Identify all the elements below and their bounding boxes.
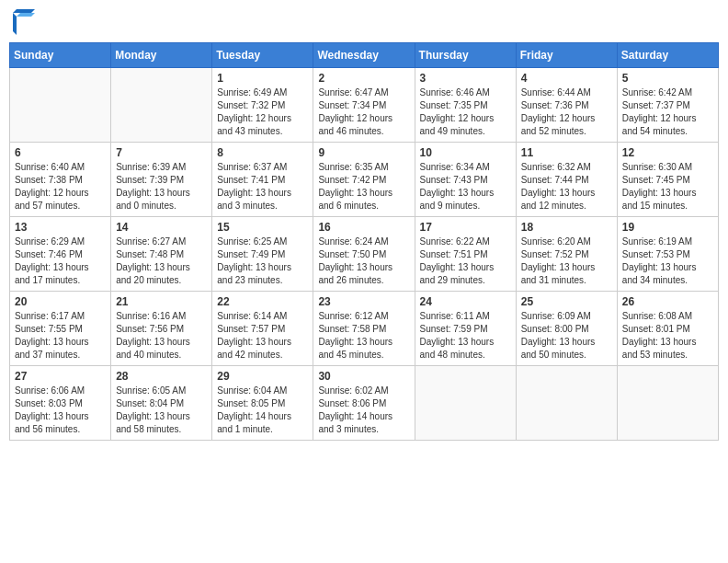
day-info: Sunrise: 6:16 AMSunset: 7:56 PMDaylight:… — [116, 310, 207, 362]
calendar-cell: 18Sunrise: 6:20 AMSunset: 7:52 PMDayligh… — [516, 217, 617, 292]
weekday-header-row: SundayMondayTuesdayWednesdayThursdayFrid… — [10, 43, 719, 68]
day-number: 20 — [15, 295, 106, 308]
calendar-cell: 2Sunrise: 6:47 AMSunset: 7:34 PMDaylight… — [313, 68, 415, 143]
day-info: Sunrise: 6:04 AMSunset: 8:05 PMDaylight:… — [217, 385, 308, 436]
calendar-cell: 1Sunrise: 6:49 AMSunset: 7:32 PMDaylight… — [212, 68, 313, 143]
day-info: Sunrise: 6:34 AMSunset: 7:43 PMDaylight:… — [420, 161, 511, 213]
day-info: Sunrise: 6:29 AMSunset: 7:46 PMDaylight:… — [15, 236, 106, 287]
day-number: 5 — [622, 72, 713, 85]
day-info: Sunrise: 6:09 AMSunset: 8:00 PMDaylight:… — [521, 310, 612, 362]
day-number: 3 — [420, 72, 511, 85]
day-number: 19 — [622, 221, 713, 234]
calendar-cell — [617, 366, 718, 441]
calendar-cell — [111, 68, 212, 143]
day-number: 8 — [217, 146, 308, 159]
calendar-cell: 6Sunrise: 6:40 AMSunset: 7:38 PMDaylight… — [10, 143, 111, 217]
calendar-cell: 28Sunrise: 6:05 AMSunset: 8:04 PMDayligh… — [111, 366, 212, 441]
calendar-cell: 4Sunrise: 6:44 AMSunset: 7:36 PMDaylight… — [516, 68, 617, 143]
calendar-cell: 23Sunrise: 6:12 AMSunset: 7:58 PMDayligh… — [313, 292, 415, 366]
weekday-header-tuesday: Tuesday — [212, 43, 313, 68]
day-info: Sunrise: 6:35 AMSunset: 7:42 PMDaylight:… — [318, 161, 409, 213]
calendar-cell: 15Sunrise: 6:25 AMSunset: 7:49 PMDayligh… — [212, 217, 313, 292]
calendar-week-2: 6Sunrise: 6:40 AMSunset: 7:38 PMDaylight… — [10, 143, 719, 217]
day-info: Sunrise: 6:14 AMSunset: 7:57 PMDaylight:… — [217, 310, 308, 362]
calendar-cell: 19Sunrise: 6:19 AMSunset: 7:53 PMDayligh… — [617, 217, 718, 292]
day-info: Sunrise: 6:17 AMSunset: 7:55 PMDaylight:… — [15, 310, 106, 362]
day-number: 15 — [217, 221, 308, 234]
day-number: 16 — [318, 221, 409, 234]
calendar-cell: 13Sunrise: 6:29 AMSunset: 7:46 PMDayligh… — [10, 217, 111, 292]
day-info: Sunrise: 6:49 AMSunset: 7:32 PMDaylight:… — [217, 86, 308, 138]
calendar-cell: 9Sunrise: 6:35 AMSunset: 7:42 PMDaylight… — [313, 143, 415, 217]
calendar-week-3: 13Sunrise: 6:29 AMSunset: 7:46 PMDayligh… — [10, 217, 719, 292]
svg-marker-0 — [13, 9, 35, 13]
calendar-week-5: 27Sunrise: 6:06 AMSunset: 8:03 PMDayligh… — [10, 366, 719, 441]
calendar-cell: 29Sunrise: 6:04 AMSunset: 8:05 PMDayligh… — [212, 366, 313, 441]
day-number: 13 — [15, 221, 106, 234]
calendar-cell: 7Sunrise: 6:39 AMSunset: 7:39 PMDaylight… — [111, 143, 212, 217]
day-info: Sunrise: 6:24 AMSunset: 7:50 PMDaylight:… — [318, 236, 409, 287]
day-number: 23 — [318, 295, 409, 308]
weekday-header-friday: Friday — [516, 43, 617, 68]
day-info: Sunrise: 6:19 AMSunset: 7:53 PMDaylight:… — [622, 236, 713, 287]
logo-icon — [13, 9, 35, 35]
calendar-cell: 22Sunrise: 6:14 AMSunset: 7:57 PMDayligh… — [212, 292, 313, 366]
calendar-cell: 27Sunrise: 6:06 AMSunset: 8:03 PMDayligh… — [10, 366, 111, 441]
svg-marker-2 — [17, 13, 35, 17]
day-info: Sunrise: 6:42 AMSunset: 7:37 PMDaylight:… — [622, 86, 713, 138]
day-info: Sunrise: 6:27 AMSunset: 7:48 PMDaylight:… — [116, 236, 207, 287]
day-info: Sunrise: 6:25 AMSunset: 7:49 PMDaylight:… — [217, 236, 308, 287]
day-info: Sunrise: 6:44 AMSunset: 7:36 PMDaylight:… — [521, 86, 612, 138]
calendar-cell: 5Sunrise: 6:42 AMSunset: 7:37 PMDaylight… — [617, 68, 718, 143]
day-info: Sunrise: 6:06 AMSunset: 8:03 PMDaylight:… — [15, 385, 106, 436]
day-info: Sunrise: 6:05 AMSunset: 8:04 PMDaylight:… — [116, 385, 207, 436]
calendar-cell: 26Sunrise: 6:08 AMSunset: 8:01 PMDayligh… — [617, 292, 718, 366]
day-number: 18 — [521, 221, 612, 234]
day-number: 14 — [116, 221, 207, 234]
calendar-cell: 12Sunrise: 6:30 AMSunset: 7:45 PMDayligh… — [617, 143, 718, 217]
calendar-cell: 24Sunrise: 6:11 AMSunset: 7:59 PMDayligh… — [415, 292, 516, 366]
day-info: Sunrise: 6:47 AMSunset: 7:34 PMDaylight:… — [318, 86, 409, 138]
day-info: Sunrise: 6:12 AMSunset: 7:58 PMDaylight:… — [318, 310, 409, 362]
day-info: Sunrise: 6:11 AMSunset: 7:59 PMDaylight:… — [420, 310, 511, 362]
calendar-week-1: 1Sunrise: 6:49 AMSunset: 7:32 PMDaylight… — [10, 68, 719, 143]
day-info: Sunrise: 6:22 AMSunset: 7:51 PMDaylight:… — [420, 236, 511, 287]
day-number: 6 — [15, 146, 106, 159]
day-number: 12 — [622, 146, 713, 159]
day-number: 27 — [15, 370, 106, 383]
calendar-cell — [415, 366, 516, 441]
calendar-cell: 16Sunrise: 6:24 AMSunset: 7:50 PMDayligh… — [313, 217, 415, 292]
weekday-header-saturday: Saturday — [617, 43, 718, 68]
calendar-cell — [516, 366, 617, 441]
day-number: 22 — [217, 295, 308, 308]
day-number: 2 — [318, 72, 409, 85]
calendar-cell: 11Sunrise: 6:32 AMSunset: 7:44 PMDayligh… — [516, 143, 617, 217]
day-number: 17 — [420, 221, 511, 234]
calendar-week-4: 20Sunrise: 6:17 AMSunset: 7:55 PMDayligh… — [10, 292, 719, 366]
day-number: 26 — [622, 295, 713, 308]
page-header — [9, 9, 719, 35]
calendar-cell: 10Sunrise: 6:34 AMSunset: 7:43 PMDayligh… — [415, 143, 516, 217]
calendar-cell: 17Sunrise: 6:22 AMSunset: 7:51 PMDayligh… — [415, 217, 516, 292]
weekday-header-monday: Monday — [111, 43, 212, 68]
day-number: 25 — [521, 295, 612, 308]
weekday-header-sunday: Sunday — [10, 43, 111, 68]
day-number: 11 — [521, 146, 612, 159]
day-number: 29 — [217, 370, 308, 383]
day-number: 10 — [420, 146, 511, 159]
day-number: 4 — [521, 72, 612, 85]
calendar-cell: 30Sunrise: 6:02 AMSunset: 8:06 PMDayligh… — [313, 366, 415, 441]
logo — [13, 9, 37, 35]
day-info: Sunrise: 6:32 AMSunset: 7:44 PMDaylight:… — [521, 161, 612, 213]
day-number: 30 — [318, 370, 409, 383]
weekday-header-wednesday: Wednesday — [313, 43, 415, 68]
calendar-table: SundayMondayTuesdayWednesdayThursdayFrid… — [9, 42, 719, 441]
calendar-cell: 25Sunrise: 6:09 AMSunset: 8:00 PMDayligh… — [516, 292, 617, 366]
svg-marker-1 — [13, 13, 17, 35]
day-info: Sunrise: 6:08 AMSunset: 8:01 PMDaylight:… — [622, 310, 713, 362]
day-number: 24 — [420, 295, 511, 308]
weekday-header-thursday: Thursday — [415, 43, 516, 68]
day-info: Sunrise: 6:30 AMSunset: 7:45 PMDaylight:… — [622, 161, 713, 213]
calendar-cell — [10, 68, 111, 143]
calendar-cell: 20Sunrise: 6:17 AMSunset: 7:55 PMDayligh… — [10, 292, 111, 366]
